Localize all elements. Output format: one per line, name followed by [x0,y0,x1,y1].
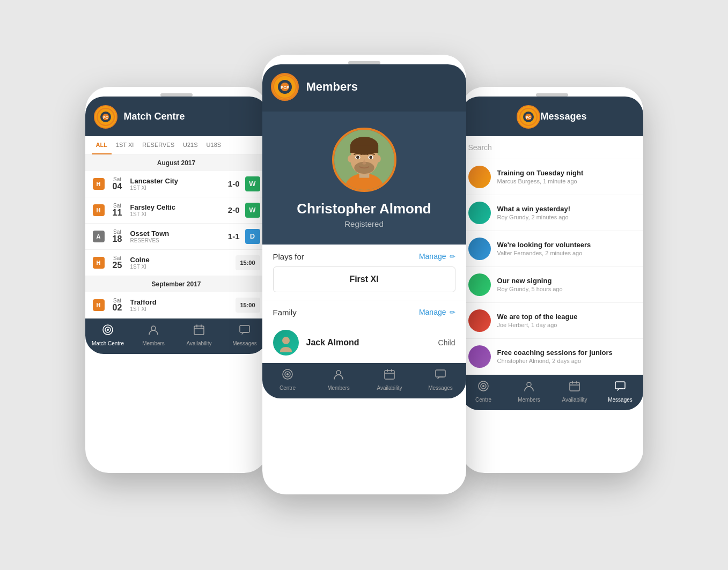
nav-members-center[interactable]: Members [313,368,364,391]
search-label: Search [468,143,492,152]
pencil-icon-plays [450,252,455,261]
match-date: Sat 04 [110,176,125,191]
match-info: Osset Town RESERVES [130,230,223,243]
message-content: Free coaching sessions for juniors Chris… [497,349,636,364]
nav-match-centre[interactable]: Match Centre [85,324,131,346]
time-badge: 15:00 [236,298,260,313]
svg-text:PC: PC [526,116,532,120]
match-date: Sat 18 [110,229,125,243]
message-content: Training on Tuesday night Marcus Burgess… [497,169,636,184]
nav-label-match: Match Centre [92,340,124,346]
match-info: Trafford 1ST XI [130,298,236,312]
club-badge-right: PC [517,105,540,129]
messages-search-bar[interactable]: Search [461,136,643,159]
match-date: Sat 25 [110,255,125,270]
svg-point-6 [107,329,109,331]
nav-messages-right[interactable]: Messages [598,380,643,403]
bottom-nav-center: Centre Members [262,363,466,398]
message-title: We're looking for volunteers [497,241,636,249]
right-phone: PC Messages Search Training on Tuesday n… [461,87,643,473]
svg-point-33 [280,347,292,352]
family-member-avatar [273,330,299,356]
message-item[interactable]: We are top of the league Joe Herbert, 1 … [461,303,643,339]
nav-availability-right[interactable]: Availability [552,380,598,403]
manage-family-label: Manage [419,308,446,316]
nav-messages-left[interactable]: Messages [222,324,268,346]
nav-centre-center[interactable]: Centre [262,368,313,391]
bottom-nav-left: Match Centre Members [85,319,268,354]
member-status: Registered [344,219,384,228]
manage-plays-for-button[interactable]: Manage [419,252,455,261]
member-avatar [332,128,396,192]
svg-rect-8 [194,326,204,335]
nav-label-centre: Centre [280,385,296,391]
svg-rect-12 [240,325,249,332]
message-content: We are top of the league Joe Herbert, 1 … [497,313,636,328]
club-badge-left: PC [94,105,117,129]
tab-u21s[interactable]: U21S [179,136,202,154]
time-badge: 15:00 [236,255,260,270]
family-member-relation: Child [438,338,455,347]
nav-availability-left[interactable]: Availability [177,324,222,346]
svg-point-31 [376,155,380,162]
family-member-row: Jack Almond Child [262,322,466,363]
message-meta: Christopher Almond, 2 days ago [497,358,636,364]
svg-text:PC: PC [103,116,108,120]
message-title: We are top of the league [497,313,636,321]
tab-reserves[interactable]: RESERVES [138,136,179,154]
result-badge-draw: D [245,229,260,244]
home-away-badge: H [93,299,105,311]
svg-point-7 [151,326,156,330]
chat-icon-center [435,368,446,383]
message-item[interactable]: What a win yesterday! Roy Grundy, 2 minu… [461,195,643,231]
center-phone: PCF Members [262,55,466,494]
message-item[interactable]: Our new signing Roy Grundy, 5 hours ago [461,267,643,303]
tab-all[interactable]: ALL [92,136,112,154]
nav-members-left[interactable]: Members [131,324,177,346]
svg-point-27 [369,156,372,159]
calendar-icon-center [384,368,395,383]
message-item[interactable]: We're looking for volunteers Valter Fern… [461,231,643,267]
nav-centre-right[interactable]: Centre [461,380,506,403]
nav-label-members-right: Members [518,397,540,403]
message-item[interactable]: Training on Tuesday night Marcus Burgess… [461,159,643,195]
members-content: Plays for Manage First XI Family Manage [262,245,466,363]
message-meta: Joe Herbert, 1 day ago [497,322,636,328]
svg-rect-51 [570,382,579,391]
message-meta: Marcus Burgess, 1 minute ago [497,178,636,184]
club-logo-center: PCF [271,73,299,101]
table-row: H Sat 02 Trafford 1ST XI 15:00 [85,292,268,319]
message-avatar [468,202,491,224]
tab-1stxi[interactable]: 1ST XI [112,136,138,154]
left-phone: PC Match Centre ALL 1ST XI RESERVES U21S… [85,87,268,473]
pencil-icon-family [450,308,455,316]
match-date: Sat 11 [110,203,125,217]
message-item[interactable]: Free coaching sessions for juniors Chris… [461,339,643,375]
svg-point-49 [482,385,484,387]
chat-icon-right [614,380,626,395]
message-content: Our new signing Roy Grundy, 5 hours ago [497,277,636,292]
match-centre-title: Match Centre [124,111,185,122]
message-title: Training on Tuesday night [497,169,636,177]
chat-icon [239,324,251,338]
nav-members-right[interactable]: Members [506,380,552,403]
nav-label-messages-right: Messages [608,397,633,403]
phone-notch-right [536,93,568,97]
svg-rect-38 [385,371,394,379]
member-profile-section: Christopher Almond Registered [262,112,466,245]
phone-notch-left [160,93,193,97]
nav-availability-center[interactable]: Availability [364,368,415,391]
match-centre-header: PC Match Centre [85,97,268,136]
tab-u18s[interactable]: U18S [202,136,226,154]
svg-point-29 [371,156,372,157]
messages-title: Messages [540,111,586,122]
message-meta: Roy Grundy, 5 hours ago [497,286,636,292]
manage-family-button[interactable]: Manage [419,308,455,316]
members-header: PCF Members [262,64,466,112]
result-badge-win: W [245,203,260,218]
nav-label-avail-right: Availability [562,397,587,403]
message-avatar [468,238,491,260]
nav-messages-center[interactable]: Messages [415,368,466,391]
svg-rect-42 [436,370,445,377]
match-score: 1-1 [228,232,240,241]
